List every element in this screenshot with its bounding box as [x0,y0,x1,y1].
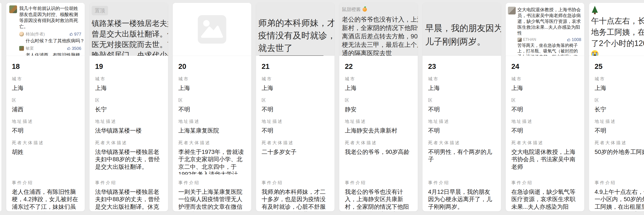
record-card-21[interactable]: 师弟的本科师妹，才二 疫情没有及时就诊，心 就去世了 21 城市上海 区不明 地… [256,3,335,211]
source-screenshot-bigtext: 师弟的本科师妹，才二 疫情没有及时就诊，心 就去世了 [256,3,334,56]
field-label-district: 区 [594,97,644,103]
field-label-deceased: 死者大体描述 [428,140,496,146]
screenshot-main-text: 我几十年前就认识的一位胡姓朋友也是因为封控、核酸检测等原因没有得到及时救治而死亡… [19,6,82,30]
record-number: 18 [12,62,79,71]
field-value-city: 上海 [178,84,246,92]
orange-emoji [362,7,367,12]
field-label-deceased: 死者大体描述 [95,140,162,146]
record-card-18[interactable]: 我几十年前就认识的一位胡姓朋友也是因为封控、核酸检测等原因没有得到及时救治而死亡… [6,3,85,211]
field-label-deceased: 死者大体描述 [345,140,412,146]
partial-card-previous[interactable] [0,3,2,211]
field-label-address: 地址描述 [262,118,329,124]
field-value-city: 上海 [262,84,329,92]
field-value-address: 不明 [12,127,79,134]
cut-off-row [508,5,582,7]
field-value-event: 法华镇路某楼一楼独居老夫妇中88岁的丈夫，曾经是交大出版社翻译。休克后110、1… [95,188,162,211]
field-value-district: 静安 [345,106,412,113]
field-value-deceased: 不明男性，有个两岁的儿子 [428,148,496,163]
field-label-deceased: 死者大体描述 [511,140,579,146]
field-label-deceased: 死者大体描述 [12,140,79,146]
field-value-address: 上海某康复医院 [178,127,246,134]
field-label-event: 事件介绍 [178,180,246,186]
field-value-address: 不明 [262,127,329,134]
source-screenshot-bigtext: 午十点左右，长宁的一小 地务工阿姨，在出租屋里 了2个小时的120赶到时 [589,3,644,56]
field-label-district: 区 [345,97,412,103]
field-value-event: 我师弟的本科师妹，才二十多岁，也是因为疫情没有及时就诊，心脏不舒服送医院隔天就去… [262,188,329,211]
field-label-address: 地址描述 [95,118,162,124]
source-screenshot-missing [173,3,251,56]
field-label-deceased: 死者大体描述 [178,140,246,146]
field-value-district: 不明 [428,106,496,113]
image-placeholder-icon [198,15,226,44]
record-card-24[interactable]: 交大电院退休教授，上海书协会员，书法家吴中南老师在急诊病逝，缺少氧气等医疗资源，… [506,3,584,211]
field-label-district: 区 [95,97,162,103]
field-value-city: 上海 [594,84,644,92]
screenshot-text: 镇路某楼一楼独居老夫妇中 曾是交大出版社翻译。休克 医无对接医院而去世。70 晚… [92,18,168,56]
like-count: 1008 [567,37,582,42]
avatar [19,46,24,51]
field-value-district: 长宁 [95,106,162,113]
like-count: 977 [70,32,82,37]
field-label-event: 事件介绍 [262,180,329,186]
comment-text: 什么时候？生了其他疾病吗？ [26,38,85,44]
source-screenshot-post: 鼠甜橙酱 老公的爷爷也没有计入，上海静安 新村，全家阴的情况下他阳性。被 离酒店… [339,3,418,56]
field-label-deceased: 死者大体描述 [594,140,644,146]
field-value-deceased: 胡姓 [12,148,79,156]
field-label-event: 事件介绍 [428,180,496,186]
field-value-address: 不明 [594,127,644,134]
commenter-name: 柿油(作者) [26,31,45,37]
record-card-board: 我几十年前就认识的一位胡姓朋友也是因为封控、核酸检测等原因没有得到及时救治而死亡… [0,3,644,211]
field-value-event: 4月12日早晨，我的朋友因为心梗永远离开了，儿子刚刚两岁。 [428,188,496,211]
field-label-city: 城市 [95,76,162,82]
field-label-district: 区 [178,97,246,103]
pine-tree-emoji [591,6,598,15]
source-screenshot-bigtext: 早晨，我的朋友因为 儿子刚刚两岁。 [422,3,501,56]
field-value-district: 不明 [511,106,579,113]
field-value-city: 上海 [12,84,79,92]
poster-name: 鼠甜橙酱 [342,6,361,13]
field-label-district: 区 [12,97,79,103]
record-card-20[interactable]: 20 城市上海 区不明 地址描述上海某康复医院 死者大体描述李昶生于1973年，… [172,3,252,211]
record-card-19[interactable]: 置顶 镇路某楼一楼独居老夫妇中 曾是交大出版社翻译。休克 医无对接医院而去世。7… [89,3,168,211]
field-label-city: 城市 [178,76,246,82]
commenter-name: 敏宴 [26,46,34,51]
field-value-district: 不明 [178,106,246,113]
pinned-badge: 置顶 [92,6,108,15]
comment-text: 苦等两天，坐在急诊角落的椅子上，打吊瓶、吸氧气（被封控的子女设法送去的，杯水车薪… [518,43,582,56]
field-label-address: 地址描述 [345,118,412,124]
field-value-deceased: 法华镇路某楼一楼独居老夫妇中88岁的丈夫，曾经是交大出版社翻译。 [95,148,162,171]
field-value-deceased: 二十多岁女子 [262,148,329,156]
field-value-city: 上海 [428,84,496,92]
field-label-address: 地址描述 [594,118,644,124]
field-value-deceased: 我老公的爷爷，90岁高龄 [345,148,412,156]
crying-face-emoji [591,50,598,56]
field-label-address: 地址描述 [178,118,246,124]
record-card-25[interactable]: 午十点左右，长宁的一小 地务工阿姨，在出租屋里 了2个小时的120赶到时 25 … [589,3,644,211]
field-value-city: 上海 [95,84,162,92]
thumb-up-icon [70,32,73,36]
field-value-address: 不明 [511,127,579,134]
field-label-city: 城市 [345,76,412,82]
field-value-district: 不明 [262,106,329,113]
field-label-city: 城市 [428,76,496,82]
screenshot-main-text: 交大电院退休教授，上海书协会员，书法家吴中南老师在急诊病逝，缺少氧气等医疗资源，… [518,7,582,36]
source-screenshot-weibo: 交大电院退休教授，上海书协会员，书法家吴中南老师在急诊病逝，缺少氧气等医疗资源，… [506,3,584,56]
field-label-city: 城市 [511,76,579,82]
screenshot-text: 师弟的本科师妹，才二 疫情没有及时就诊，心 就去世了 [258,17,334,54]
field-value-district: 长宁 [594,106,644,113]
field-label-district: 区 [262,97,329,103]
avatar [19,32,24,37]
field-value-event: 一则关于上海某康复医院一位病人因疫情管理无人护理而去世的文章在微信群里流转。最早… [178,188,246,211]
record-number: 19 [95,62,162,71]
thumb-up-icon [67,46,71,50]
comment-text: 老人住浦西，有陈旧性脑梗，4.2摔跤，女儿被封在浦东过不了江，妹妹们虽住浦西但也… [26,52,85,56]
field-label-city: 城市 [594,76,644,82]
field-label-event: 事件介绍 [345,180,412,186]
screenshot-text: 老公的爷爷也没有计入，上海静安 新村，全家阴的情况下他阳性。被 离酒店后差点转去… [342,15,418,56]
record-card-23[interactable]: 早晨，我的朋友因为 儿子刚刚两岁。 23 城市上海 区不明 地址描述不明 死者大… [422,3,501,211]
record-card-22[interactable]: 鼠甜橙酱 老公的爷爷也没有计入，上海静安 新村，全家阴的情况下他阳性。被 离酒店… [339,3,418,211]
black-underline-mark [259,56,324,56]
field-label-event: 事件介绍 [511,180,579,186]
field-label-deceased: 死者大体描述 [262,140,329,146]
avatar [518,38,522,42]
